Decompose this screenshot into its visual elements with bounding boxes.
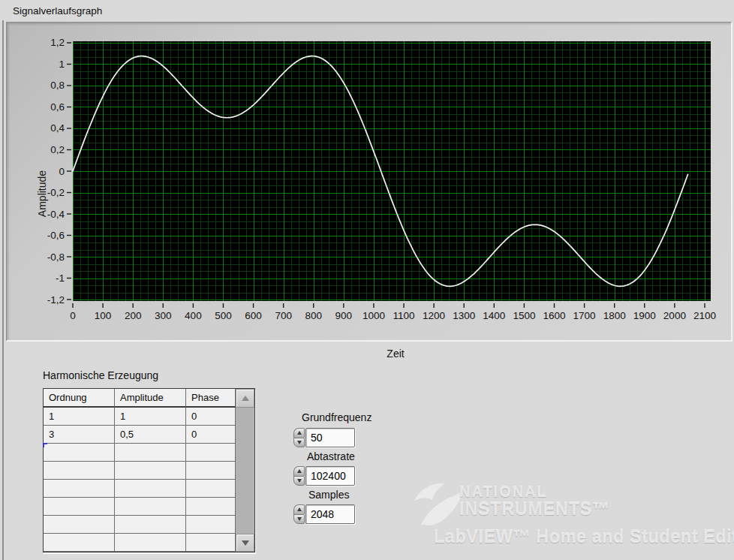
table-cell[interactable]: [44, 498, 115, 516]
scroll-up-button[interactable]: [236, 389, 254, 408]
x-axis-label: Zeit: [320, 348, 471, 360]
grundfrequenz-increment-button[interactable]: [293, 428, 305, 438]
cell-cursor: [43, 443, 47, 447]
waveform-plot-area[interactable]: 1,210,80,60,40,20-0,2-0,4-0,6-0,8-1-1,20…: [41, 34, 718, 324]
table-header-cell: Phase: [186, 389, 236, 408]
x-tick-label: 100: [95, 310, 112, 321]
table-cell[interactable]: [115, 480, 186, 498]
table-grid: OrdnungAmplitudePhase11030,50: [44, 389, 236, 552]
ni-brand-line1: NATIONAL: [459, 483, 548, 501]
decrement-icon: [297, 441, 302, 444]
y-tick-label: -0,6: [47, 230, 65, 241]
grundfrequenz-label: Grundfrequenz: [302, 411, 372, 423]
x-tick-label: 2100: [693, 310, 716, 321]
x-tick-label: 0: [70, 310, 76, 321]
table-cell[interactable]: 1: [115, 408, 186, 426]
table-cell[interactable]: [44, 462, 115, 480]
y-tick-label: -0,4: [47, 209, 65, 220]
x-tick-label: 1800: [603, 310, 626, 321]
table-cell[interactable]: 3: [44, 426, 115, 444]
x-tick-label: 1100: [393, 310, 415, 321]
abtastrate-label: Abtastrate: [307, 450, 355, 462]
grundfrequenz-spinner: [293, 428, 305, 447]
y-tick-label: 1: [59, 59, 65, 70]
x-tick-label: 300: [155, 310, 172, 321]
labview-edition-watermark: LabVIEW™ Home and Student Edition: [434, 527, 734, 547]
x-tick-label: 1400: [483, 310, 505, 321]
ni-brand-line2: INSTRUMENTS™: [459, 499, 610, 519]
scroll-down-button[interactable]: [236, 534, 254, 552]
x-tick-label: 1000: [362, 310, 385, 321]
table-cell[interactable]: [186, 534, 236, 552]
x-tick-label: 1600: [543, 310, 565, 321]
table-cell[interactable]: [115, 462, 186, 480]
increment-icon: [297, 431, 302, 435]
window-left-edge: [2, 20, 4, 560]
table-cell[interactable]: 0: [186, 426, 236, 444]
abtastrate-decrement-button[interactable]: [293, 476, 305, 486]
table-cell[interactable]: [186, 444, 236, 462]
y-tick-label: 0,4: [50, 122, 65, 134]
samples-label: Samples: [308, 489, 349, 501]
table-cell[interactable]: [115, 498, 186, 516]
table-cell[interactable]: [186, 462, 236, 480]
labview-front-panel: Signalverlaufsgraph Amplitude Zeit 1,210…: [0, 0, 734, 560]
y-tick-label: -0,8: [47, 251, 65, 263]
y-tick-label: 0,6: [50, 101, 65, 113]
x-tick-label: 1700: [573, 310, 596, 321]
samples-spinner: [293, 504, 305, 524]
harmonics-table: OrdnungAmplitudePhase11030,50: [43, 388, 255, 552]
table-cell[interactable]: [115, 534, 186, 552]
y-tick-label: -1: [56, 272, 65, 284]
increment-icon: [297, 469, 302, 473]
x-tick-label: 200: [125, 310, 142, 321]
table-header-cell: Ordnung: [44, 389, 115, 408]
table-cell[interactable]: [115, 516, 186, 534]
table-cell[interactable]: [44, 444, 115, 462]
table-cell[interactable]: [186, 498, 236, 516]
abtastrate-field[interactable]: 102400: [305, 466, 355, 486]
y-tick-label: 0,2: [50, 144, 65, 155]
table-cell[interactable]: [115, 444, 186, 462]
decrement-icon: [297, 517, 302, 521]
y-tick-label: 0: [59, 166, 65, 177]
y-tick-label: 0,8: [50, 80, 65, 91]
abtastrate-increment-button[interactable]: [293, 466, 305, 476]
table-title: Harmonische Erzeugung: [43, 369, 158, 381]
x-tick-label: 2000: [663, 310, 686, 321]
scroll-down-icon: [242, 540, 249, 546]
graph-title: Signalverlaufsgraph: [13, 5, 102, 17]
table-cell[interactable]: 0: [186, 408, 236, 426]
y-tick-label: 1,2: [50, 37, 65, 48]
x-tick-label: 1500: [513, 310, 535, 321]
x-tick-label: 800: [305, 310, 322, 321]
x-tick-label: 700: [275, 310, 292, 321]
table-cell[interactable]: [186, 480, 236, 498]
samples-decrement-button[interactable]: [293, 514, 305, 525]
x-tick-label: 900: [335, 310, 353, 321]
samples-field[interactable]: 2048: [305, 504, 355, 524]
table-cell[interactable]: [44, 480, 115, 498]
x-tick-label: 1200: [423, 310, 445, 321]
samples-increment-button[interactable]: [293, 504, 305, 514]
x-tick-label: 400: [185, 310, 202, 321]
table-cell[interactable]: [186, 516, 236, 534]
table-cell[interactable]: 0,5: [115, 426, 186, 444]
x-tick-label: 500: [215, 310, 232, 321]
table-cell[interactable]: 1: [44, 408, 115, 426]
increment-icon: [297, 507, 302, 511]
table-cell[interactable]: [44, 534, 115, 552]
grundfrequenz-decrement-button[interactable]: [293, 438, 305, 448]
abtastrate-spinner: [293, 466, 305, 486]
y-tick-label: -1,2: [47, 294, 65, 306]
decrement-icon: [297, 479, 302, 483]
table-cell[interactable]: [44, 516, 115, 534]
table-header-cell: Amplitude: [115, 389, 186, 408]
y-tick-label: -0,2: [47, 187, 65, 198]
x-tick-label: 600: [245, 310, 262, 321]
scroll-up-icon: [242, 396, 249, 401]
grundfrequenz-field[interactable]: 50: [305, 428, 355, 447]
ni-eagle-icon: [411, 477, 465, 531]
table-scrollbar[interactable]: [236, 389, 254, 552]
x-tick-label: 1300: [453, 310, 475, 321]
